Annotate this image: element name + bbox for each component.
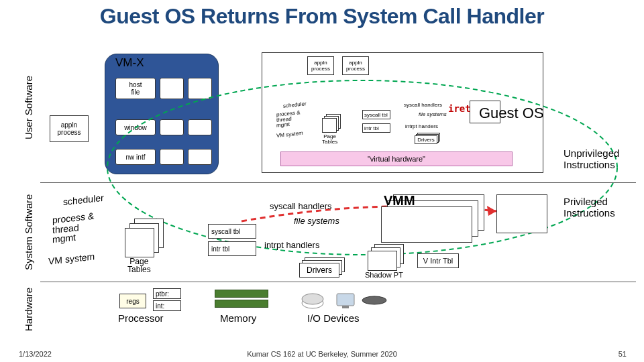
svg-rect-5 <box>342 306 349 308</box>
vmm-label: VMM <box>384 193 415 208</box>
sys-page-tables-label: Page Tables <box>127 257 151 274</box>
mini-appln-1: appln process <box>307 56 334 75</box>
shadow-pt-stack <box>368 244 411 271</box>
footer-center: Kumar CS 162 at UC Berkeley, Summer 2020 <box>0 350 644 358</box>
label-user-software: User Software <box>23 76 34 139</box>
sys-scheduler: scheduler <box>63 194 104 205</box>
sys-drivers-stack: Drivers <box>299 257 347 278</box>
int-box: int: <box>153 300 181 311</box>
window-box: window <box>115 119 156 135</box>
sys-intrpt-handlers: intrpt handlers <box>264 240 319 250</box>
nwintf-box: nw intf <box>115 149 156 165</box>
io-devices-icons <box>299 288 393 312</box>
mini-scheduler: scheduler <box>283 102 307 108</box>
vmx-slot-1 <box>160 78 184 99</box>
sys-page-tables-stack <box>125 219 169 259</box>
vmx-slot-2 <box>188 78 212 99</box>
iret-label: iret <box>448 103 471 114</box>
label-system-software: System Software <box>23 194 34 270</box>
sys-intr-tbl: intr tbl <box>208 241 256 256</box>
sys-io-box <box>496 194 547 233</box>
mini-ptm: process & thread mgmt <box>276 111 301 127</box>
unpriv-label: Unprivileged Instructions <box>564 147 619 170</box>
sys-syscall-tbl: syscall tbl <box>208 224 256 239</box>
divider-system-hardware <box>40 282 636 282</box>
mini-drivers-stack: Drivers <box>415 133 441 145</box>
shadow-pt-label: Shadow PT <box>365 271 403 279</box>
vmx-slot-3 <box>160 119 184 135</box>
mini-appln-2: appln process <box>342 56 369 75</box>
regs-box: regs <box>119 294 146 308</box>
footer-page: 51 <box>619 350 627 358</box>
memory-icon <box>215 290 268 308</box>
hostfile-box: host file <box>115 78 156 99</box>
mini-syscall-tbl: syscall tbl <box>362 110 390 119</box>
mini-file-systems: file systems <box>419 111 447 117</box>
virtual-hardware-bar: "virtual hardware" <box>280 152 513 166</box>
mini-intr-tbl: intr tbl <box>362 123 390 133</box>
priv-label: Privileged Instructions <box>564 196 615 219</box>
mini-page-tables-stack <box>322 114 345 134</box>
mini-vmsystem: VM system <box>276 131 303 137</box>
sys-ptm: process & thread mgmt <box>52 213 94 243</box>
vmx-slot-4 <box>188 119 212 135</box>
svg-point-6 <box>362 296 386 304</box>
sys-file-systems: file systems <box>294 216 339 226</box>
io-devices-label: I/O Devices <box>307 312 360 324</box>
sys-vmsystem: VM system <box>48 253 95 264</box>
guest-os-label: Guest OS <box>479 105 544 122</box>
appln-process-box: appln process <box>50 115 89 142</box>
page-title: Guest OS Returns From System Call Handle… <box>0 0 644 29</box>
vmx-slot-6 <box>188 149 212 165</box>
v-intr-tbl-label: V Intr Tbl <box>417 253 459 268</box>
vmx-slot-5 <box>160 149 184 165</box>
divider-user-system <box>40 182 636 183</box>
label-hardware: Hardware <box>23 288 34 331</box>
sys-syscall-handlers: syscall handlers <box>270 201 332 211</box>
svg-rect-4 <box>337 294 354 306</box>
mini-page-tables-label: Page Tables <box>322 134 337 145</box>
vmx-title: VM-X <box>115 56 144 70</box>
memory-label: Memory <box>220 312 256 324</box>
mini-intrpt-handlers: intrpt handers <box>405 123 438 129</box>
ptbr-box: ptbr: <box>153 288 181 299</box>
processor-label: Processor <box>118 312 164 324</box>
svg-point-3 <box>302 294 323 304</box>
mini-syscall-handlers: syscall handlers <box>404 102 442 108</box>
